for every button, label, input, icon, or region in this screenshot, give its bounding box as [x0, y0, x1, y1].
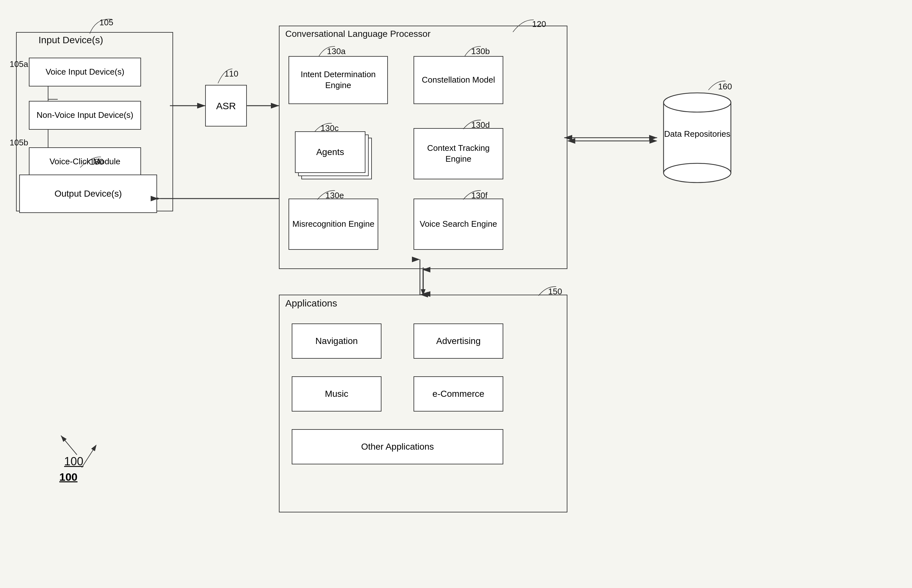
ref130f-line [457, 187, 489, 202]
diagram: 100 Input Device(s) 105 Voice Input Devi… [0, 0, 912, 588]
constellation-box: Constellation Model [413, 56, 503, 104]
ref180-line [74, 154, 109, 170]
advertising-box: Advertising [413, 323, 503, 359]
voice-input-box: Voice Input Device(s) [29, 58, 141, 86]
ref-105a: 105a [10, 59, 28, 69]
ecommerce-box: e-Commerce [413, 376, 503, 412]
data-repositories-label: Data Repositories [659, 128, 736, 140]
misrecognition-box: Misrecognition Engine [288, 199, 378, 250]
ref105-line [64, 15, 128, 37]
clp-apps-arrow [415, 267, 431, 299]
intent-engine-box: Intent Determination Engine [288, 56, 388, 104]
ref130a-line [311, 43, 343, 59]
music-box: Music [292, 376, 381, 412]
ref150-line [532, 283, 564, 298]
ref130b-line [457, 43, 489, 59]
ref130e-line [311, 187, 343, 202]
ref130d-line [457, 117, 489, 131]
ref160-line [704, 78, 732, 92]
data-repositories-cylinder [657, 90, 737, 192]
voice-search-box: Voice Search Engine [413, 199, 503, 250]
svg-point-13 [664, 93, 731, 112]
ref110-line [208, 64, 240, 88]
ref120-line [503, 16, 542, 35]
ref-100-label: 100 [59, 471, 78, 483]
navigation-box: Navigation [292, 323, 381, 359]
asr-box: ASR [205, 85, 247, 126]
context-tracking-box: Context Tracking Engine [413, 128, 503, 179]
ref100-arrow [51, 429, 90, 461]
ref-105b: 105b [10, 138, 28, 148]
output-devices-box: Output Device(s) [19, 174, 157, 213]
applications-label: Applications [285, 298, 337, 309]
svg-line-11 [61, 436, 77, 455]
clp-label: Conversational Language Processor [285, 29, 431, 39]
svg-point-14 [664, 163, 731, 183]
non-voice-input-box: Non-Voice Input Device(s) [29, 101, 141, 130]
other-applications-box: Other Applications [292, 429, 503, 464]
